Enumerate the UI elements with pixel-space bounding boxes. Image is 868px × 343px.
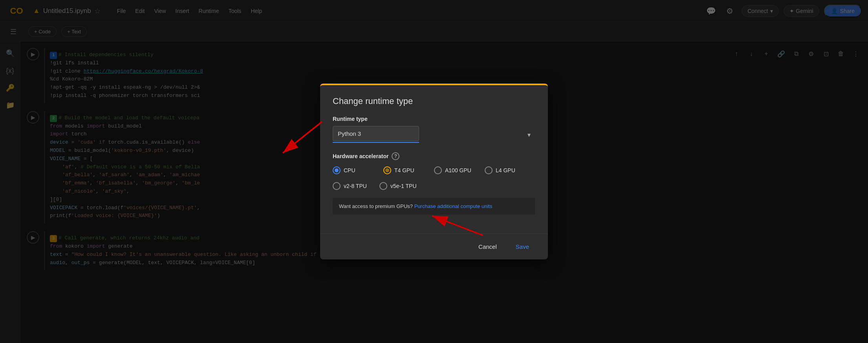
accelerator-radio-grid: CPU T4 GPU A100 GPU L4 GPU <box>333 166 535 174</box>
radio-a100gpu-label: A100 GPU <box>445 167 471 173</box>
radio-v28tpu-label: v2-8 TPU <box>344 183 367 189</box>
radio-v28tpu[interactable]: v2-8 TPU <box>333 182 367 190</box>
radio-cpu-label: CPU <box>344 167 355 173</box>
radio-l4gpu[interactable]: L4 GPU <box>485 166 535 174</box>
modal-overlay[interactable]: Change runtime type Runtime type Python … <box>0 0 868 343</box>
cancel-button[interactable]: Cancel <box>472 240 503 253</box>
hw-label-text: Hardware accelerator <box>333 153 388 159</box>
radio-cpu-circle <box>333 166 341 174</box>
select-arrow-icon: ▾ <box>527 131 531 138</box>
radio-l4gpu-circle <box>485 166 493 174</box>
modal-footer: Cancel Save <box>320 234 548 259</box>
save-button[interactable]: Save <box>509 240 535 253</box>
purchase-link[interactable]: Purchase additional compute units <box>414 203 493 209</box>
radio-a100gpu-circle <box>434 166 442 174</box>
radio-t4gpu-circle <box>383 166 391 174</box>
runtime-type-select-wrapper: Python 3 Python 2 ▾ <box>333 126 535 143</box>
radio-v5e1tpu[interactable]: v5e-1 TPU <box>379 182 417 190</box>
radio-l4gpu-label: L4 GPU <box>496 167 515 173</box>
radio-v5e1tpu-label: v5e-1 TPU <box>390 183 417 189</box>
svg-line-1 <box>283 122 322 153</box>
change-runtime-modal: Change runtime type Runtime type Python … <box>320 84 548 259</box>
radio-v28tpu-circle <box>333 182 341 190</box>
modal-body: Change runtime type Runtime type Python … <box>320 85 548 234</box>
info-text: Want access to premium GPUs? <box>339 203 413 209</box>
select-underline <box>333 142 419 143</box>
help-icon[interactable]: ? <box>392 152 399 160</box>
radio-v5e1tpu-circle <box>379 182 387 190</box>
premium-gpu-info: Want access to premium GPUs? Purchase ad… <box>333 198 535 215</box>
accelerator-radio-row-2: v2-8 TPU v5e-1 TPU <box>333 182 535 190</box>
radio-cpu[interactable]: CPU <box>333 166 383 174</box>
arrow-to-t4gpu <box>259 118 330 165</box>
radio-t4gpu[interactable]: T4 GPU <box>383 166 434 174</box>
runtime-type-label: Runtime type <box>333 116 535 122</box>
runtime-type-select[interactable]: Python 3 Python 2 <box>333 126 419 141</box>
hw-accelerator-label: Hardware accelerator ? <box>333 152 535 160</box>
modal-title: Change runtime type <box>333 96 535 106</box>
radio-t4gpu-label: T4 GPU <box>394 167 414 173</box>
radio-a100gpu[interactable]: A100 GPU <box>434 166 485 174</box>
